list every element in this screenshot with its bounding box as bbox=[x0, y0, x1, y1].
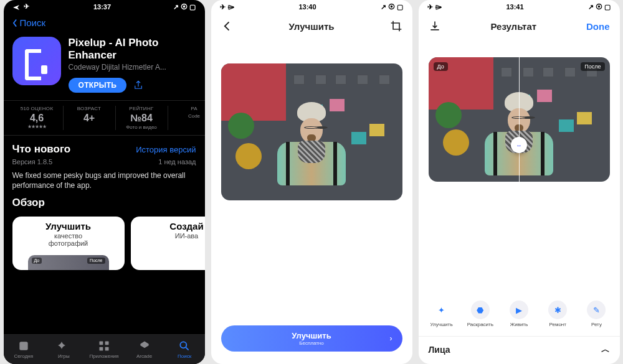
metric-sub: Code bbox=[188, 113, 200, 119]
action-repair[interactable]: ✱Ремонт bbox=[538, 301, 577, 327]
appstore-screen: ✈︎ 13:37 ↗ ⦿ ▢ Поиск Pixelup - AI Photo … bbox=[4, 0, 205, 364]
crop-icon[interactable] bbox=[390, 20, 402, 32]
action-enhance[interactable]: ✦Улучшить bbox=[422, 301, 461, 327]
before-tag: До bbox=[32, 258, 42, 264]
action-label: Раскрасить bbox=[467, 322, 493, 327]
tab-apps[interactable]: Приложения bbox=[84, 335, 125, 364]
status-right: ↗ ⦿ ▢ bbox=[173, 3, 196, 11]
enhance-screen: ✈︎ ⌲ 13:40 ↗ ⦿ ▢ Улучшить Улучшить Беспл… bbox=[211, 0, 412, 364]
action-row: ✦Улучшить ⬣Раскрасить ▶Живить ✱Ремонт ✎Р… bbox=[419, 294, 620, 336]
status-time: 13:40 bbox=[298, 3, 316, 11]
metric-age: ВОЗРАСТ 4+ bbox=[64, 106, 116, 130]
back-label: Поиск bbox=[20, 17, 46, 28]
repair-icon: ✱ bbox=[548, 301, 567, 319]
svg-rect-4 bbox=[105, 347, 109, 351]
action-retouch[interactable]: ✎Рету bbox=[577, 301, 616, 327]
back-icon[interactable] bbox=[221, 20, 234, 32]
faces-label: Лица bbox=[429, 345, 450, 355]
action-label: Рету bbox=[591, 322, 602, 327]
metric-value: 4,6 bbox=[30, 113, 44, 124]
status-left: ✈︎ bbox=[12, 2, 31, 11]
status-bar: ✈︎ ⌲ 13:41 ↗ ⦿ ▢ bbox=[419, 0, 620, 14]
status-bar: ✈︎ ⌲ 13:40 ↗ ⦿ ▢ bbox=[211, 0, 412, 14]
metrics-row[interactable]: 510 ОЦЕНОК 4,6 ★★★★★ ВОЗРАСТ 4+ РЕЙТИНГ … bbox=[4, 100, 205, 136]
whats-new-section: Что нового История версий Версия 1.8.5 1… bbox=[4, 136, 205, 194]
chevron-up-icon: ︿ bbox=[601, 344, 610, 355]
svg-rect-3 bbox=[99, 347, 103, 351]
metric-ratings: 510 ОЦЕНОК 4,6 ★★★★★ bbox=[11, 106, 64, 130]
tab-arcade[interactable]: Arcade bbox=[124, 335, 164, 364]
svg-rect-2 bbox=[105, 342, 109, 345]
faces-panel[interactable]: Лица ︿ bbox=[419, 336, 620, 364]
enhance-button[interactable]: Улучшить Бесплатно › bbox=[221, 325, 402, 352]
sparkle-icon: ✦ bbox=[432, 301, 451, 319]
tab-label: Arcade bbox=[136, 353, 152, 359]
card-title: Создай bbox=[137, 222, 205, 232]
metric-sub: Фото и видео bbox=[126, 124, 157, 130]
metric-value: 4+ bbox=[83, 113, 95, 124]
open-button[interactable]: ОТКРЫТЬ bbox=[69, 78, 127, 93]
status-right: ↗ ⦿ ▢ bbox=[381, 3, 403, 11]
compare-divider[interactable] bbox=[519, 57, 520, 182]
palette-icon: ⬣ bbox=[471, 301, 490, 319]
developer-label[interactable]: Codeway Dijital Hizmetler A... bbox=[69, 63, 196, 72]
promo-card[interactable]: Создай ИИ-ава bbox=[131, 217, 205, 270]
retouch-icon: ✎ bbox=[587, 301, 606, 319]
ago-label: 1 нед назад bbox=[158, 158, 196, 166]
share-icon[interactable] bbox=[133, 80, 144, 91]
person-figure bbox=[277, 102, 346, 185]
preview-cards[interactable]: Улучшить качествофотографий ДоПосле Созд… bbox=[4, 212, 205, 270]
tab-games[interactable]: Игры bbox=[44, 335, 84, 364]
result-screen: ✈︎ ⌲ 13:41 ↗ ⦿ ▢ Результат Done ↔ До Пос… bbox=[419, 0, 620, 364]
download-icon[interactable] bbox=[429, 20, 441, 32]
tab-label: Игры bbox=[58, 353, 70, 359]
tab-label: Сегодня bbox=[14, 353, 33, 359]
card-sub: ИИ-ава bbox=[137, 232, 205, 240]
action-label: Улучшить bbox=[430, 322, 453, 327]
card-sub: фотографий bbox=[49, 240, 88, 247]
tab-search[interactable]: Поиск bbox=[164, 335, 205, 364]
tab-bar: Сегодня Игры Приложения Arcade Поиск bbox=[4, 334, 205, 364]
app-header: Pixelup - AI Photo Enhancer Codeway Diji… bbox=[4, 32, 205, 100]
screen-title: Результат bbox=[490, 21, 536, 32]
after-tag: После bbox=[87, 258, 105, 264]
action-colorize[interactable]: ⬣Раскрасить bbox=[461, 301, 500, 327]
tab-label: Приложения bbox=[90, 353, 119, 359]
svg-rect-0 bbox=[19, 342, 27, 350]
action-animate[interactable]: ▶Живить bbox=[500, 301, 538, 327]
version-label: Версия 1.8.5 bbox=[12, 158, 53, 166]
photo-preview[interactable] bbox=[211, 63, 412, 200]
metric-label: ВОЗРАСТ bbox=[77, 106, 102, 111]
back-button[interactable]: Поиск bbox=[4, 14, 205, 32]
status-time: 13:37 bbox=[93, 3, 111, 11]
app-title: Pixelup - AI Photo Enhancer bbox=[69, 37, 196, 62]
compare-handle-icon[interactable]: ↔ bbox=[511, 137, 527, 153]
tab-today[interactable]: Сегодня bbox=[4, 335, 44, 364]
metric-label: РЕЙТИНГ bbox=[129, 106, 153, 111]
metric-value: №84 bbox=[130, 113, 153, 124]
done-button[interactable]: Done bbox=[586, 21, 610, 32]
action-label: Ремонт bbox=[549, 322, 566, 327]
card-title: Улучшить bbox=[19, 222, 118, 232]
status-right: ↗ ⦿ ▢ bbox=[588, 3, 611, 11]
status-left: ✈︎ ⌲ bbox=[427, 3, 442, 11]
svg-point-5 bbox=[181, 342, 187, 348]
version-history-link[interactable]: История версий bbox=[136, 145, 196, 154]
before-badge: До bbox=[434, 62, 448, 71]
promo-card[interactable]: Улучшить качествофотографий ДоПосле bbox=[12, 217, 125, 270]
action-label: Живить bbox=[510, 322, 528, 327]
tab-label: Поиск bbox=[178, 353, 191, 359]
metric-extra: РА Code bbox=[168, 106, 205, 130]
whats-new-title: Что нового bbox=[12, 143, 71, 156]
compare-preview[interactable]: ↔ До После bbox=[419, 57, 620, 182]
status-left: ✈︎ ⌲ bbox=[220, 3, 234, 11]
metric-label: РА bbox=[191, 106, 197, 111]
status-time: 13:41 bbox=[506, 3, 523, 11]
stars-icon: ★★★★★ bbox=[27, 124, 46, 129]
svg-rect-1 bbox=[99, 342, 103, 345]
cta-title: Улучшить bbox=[292, 331, 331, 340]
chevron-right-icon: › bbox=[390, 334, 392, 343]
card-sub: качество bbox=[54, 232, 82, 240]
top-bar: Улучшить bbox=[211, 14, 412, 39]
top-bar: Результат Done bbox=[419, 14, 620, 39]
